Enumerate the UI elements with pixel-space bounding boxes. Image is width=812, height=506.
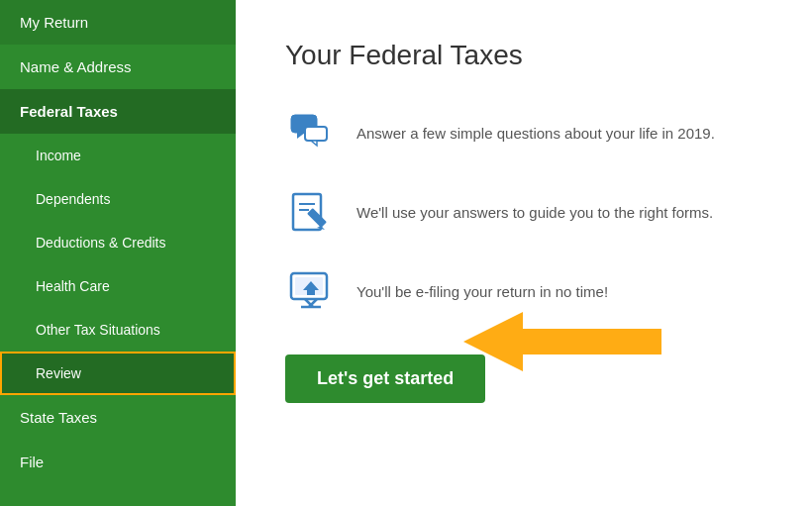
svg-marker-15 bbox=[463, 312, 661, 371]
chat-icon bbox=[285, 107, 337, 158]
sidebar-item-deductions-credits[interactable]: Deductions & Credits bbox=[0, 221, 236, 264]
sidebar-item-my-return[interactable]: My Return bbox=[0, 0, 236, 45]
sidebar-item-review[interactable]: Review bbox=[0, 352, 236, 395]
feature-row-2: We'll use your answers to guide you to t… bbox=[285, 186, 762, 238]
arrow-indicator bbox=[463, 307, 661, 376]
sidebar-item-other-tax[interactable]: Other Tax Situations bbox=[0, 308, 236, 352]
feature-text-1: Answer a few simple questions about your… bbox=[356, 125, 715, 142]
svg-marker-3 bbox=[311, 141, 317, 146]
feature-row-1: Answer a few simple questions about your… bbox=[285, 107, 762, 158]
feature-text-3: You'll be e-filing your return in no tim… bbox=[356, 283, 608, 300]
svg-rect-4 bbox=[293, 194, 321, 230]
main-content: Your Federal Taxes Answer a few simple q… bbox=[236, 0, 812, 506]
monitor-icon bbox=[285, 265, 337, 317]
sidebar: My Return Name & Address Federal Taxes I… bbox=[0, 0, 236, 506]
edit-icon bbox=[285, 186, 337, 238]
sidebar-item-dependents[interactable]: Dependents bbox=[0, 177, 236, 221]
svg-marker-1 bbox=[297, 133, 305, 139]
lets-get-started-button[interactable]: Let's get started bbox=[285, 354, 485, 403]
feature-text-2: We'll use your answers to guide you to t… bbox=[356, 204, 713, 221]
sidebar-item-income[interactable]: Income bbox=[0, 134, 236, 177]
sidebar-item-health-care[interactable]: Health Care bbox=[0, 264, 236, 308]
page-title: Your Federal Taxes bbox=[285, 40, 762, 71]
svg-rect-2 bbox=[305, 127, 327, 141]
sidebar-item-state-taxes[interactable]: State Taxes bbox=[0, 395, 236, 440]
sidebar-item-name-address[interactable]: Name & Address bbox=[0, 45, 236, 89]
sidebar-item-file[interactable]: File bbox=[0, 440, 236, 484]
sidebar-item-federal-taxes[interactable]: Federal Taxes bbox=[0, 89, 236, 134]
